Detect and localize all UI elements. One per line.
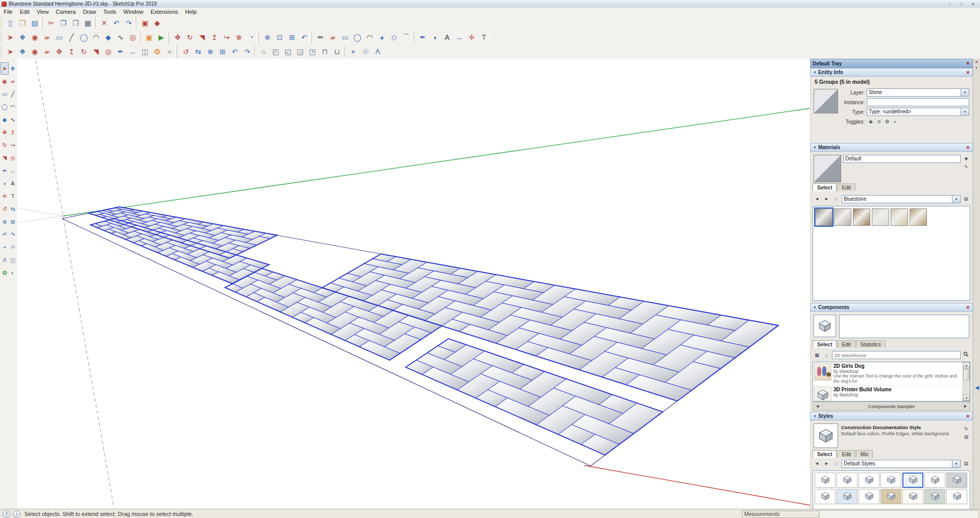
zoom-button[interactable]: ⊕ bbox=[204, 45, 216, 58]
tape-measure-tool-button[interactable]: ✒ bbox=[1, 164, 9, 177]
style-thumbnail-3[interactable] bbox=[880, 473, 901, 488]
arc-tool-button[interactable]: ◠ bbox=[363, 31, 376, 43]
style-thumbnail-1[interactable] bbox=[837, 473, 857, 488]
in-model-button[interactable]: ⌂ bbox=[832, 195, 841, 203]
components-tab-select[interactable]: Select bbox=[813, 340, 837, 348]
extension-warehouse-button[interactable]: ◆ bbox=[151, 17, 163, 29]
rectangle-button[interactable]: ▭ bbox=[53, 31, 65, 43]
chevron-down-icon[interactable]: ▾ bbox=[961, 108, 969, 116]
cast-shadows-toggle[interactable]: ❂ bbox=[883, 117, 891, 126]
minimize-button[interactable]: ─ bbox=[944, 1, 955, 7]
rectangle-tool-button[interactable]: ▭ bbox=[1, 88, 9, 100]
scale-button[interactable]: ◥ bbox=[196, 31, 208, 43]
select-tool-button[interactable]: ➤ bbox=[1, 62, 9, 75]
title-bar[interactable]: Bluestone Standard Herringbone-3D-#3.skp… bbox=[0, 0, 980, 8]
zoom-tool-button[interactable]: ⊕ bbox=[1, 216, 9, 228]
paint-bucket-button[interactable]: ◉ bbox=[29, 31, 41, 43]
new-button[interactable]: ▯ bbox=[4, 17, 16, 29]
styles-tab-mix[interactable]: Mix bbox=[856, 450, 873, 458]
polygon-button[interactable]: ◆ bbox=[102, 31, 114, 43]
follow-me-button[interactable]: ↪ bbox=[220, 31, 233, 43]
warehouse-3d-button[interactable]: ▣ bbox=[139, 17, 151, 29]
material-swatch-1[interactable] bbox=[834, 208, 851, 226]
zoom-extents-alt-button[interactable]: ⊞ bbox=[216, 45, 229, 58]
maximize-button[interactable]: □ bbox=[956, 1, 967, 7]
circle-tool-button[interactable]: ◯ bbox=[351, 31, 363, 43]
section-plane-tool-button[interactable]: ◫ bbox=[9, 254, 17, 266]
undo-button[interactable]: ↶ bbox=[110, 17, 122, 29]
section-plane-button[interactable]: ◫ bbox=[139, 45, 151, 58]
chevron-down-icon[interactable]: ▾ bbox=[952, 195, 961, 203]
top-view-button[interactable]: ◰ bbox=[270, 45, 282, 58]
component-list-item[interactable]: 3D Printer Build Volumeby SketchUp bbox=[813, 386, 963, 402]
tape-alt-button[interactable]: ✒ bbox=[114, 45, 127, 58]
materials-close-button[interactable]: ✕ bbox=[964, 145, 971, 150]
details-button[interactable]: ▤ bbox=[962, 195, 970, 203]
add-location-tool-button[interactable]: ❂ bbox=[1, 267, 9, 279]
previous-view-button[interactable]: ↶ bbox=[298, 31, 310, 43]
dimension-alt-button[interactable]: ↔ bbox=[127, 45, 139, 58]
create-material-button[interactable]: ✚ bbox=[962, 155, 970, 163]
type-combo[interactable]: Type: <undefined> ▾ bbox=[867, 108, 969, 116]
three-point-arc-button[interactable]: ⌒ bbox=[400, 31, 412, 43]
select-alt-button[interactable]: ➤ bbox=[4, 45, 16, 58]
styles-tab-edit[interactable]: Edit bbox=[837, 450, 855, 458]
left-view-button[interactable]: ⊓ bbox=[318, 45, 331, 58]
eraser-alt-button[interactable]: ▰ bbox=[41, 45, 53, 58]
previous-view-tool-button[interactable]: ↶ bbox=[1, 228, 9, 241]
walk-tool-button[interactable]: Λ bbox=[1, 254, 9, 266]
look-around-tool-button[interactable]: ☉ bbox=[9, 241, 17, 253]
rotated-rectangle-button[interactable]: ◇ bbox=[388, 31, 400, 43]
material-name-field[interactable]: Default bbox=[843, 155, 961, 163]
scale-alt-button[interactable]: ◥ bbox=[90, 45, 102, 58]
dimension-tool-button[interactable]: ↔ bbox=[9, 164, 17, 177]
set-default-material-button[interactable]: ✎ bbox=[962, 163, 970, 171]
collapse-arrow-icon[interactable]: ▼ bbox=[813, 70, 817, 74]
components-scrollbar[interactable]: ▲ ▼ bbox=[963, 362, 970, 401]
style-thumbnail-12[interactable] bbox=[924, 489, 945, 504]
pan-button[interactable]: ⇆ bbox=[192, 45, 204, 58]
front-view-button[interactable]: ◱ bbox=[282, 45, 294, 58]
circle-tool-button[interactable]: ◯ bbox=[1, 101, 9, 113]
chevron-down-icon[interactable]: ▾ bbox=[961, 88, 969, 97]
component-alt-button[interactable]: ❖ bbox=[16, 45, 29, 58]
scroll-up-button[interactable]: ▲ bbox=[963, 362, 970, 368]
erase-button[interactable]: ✕ bbox=[98, 17, 110, 29]
style-thumbnail-4[interactable] bbox=[902, 473, 923, 488]
tray-close-button[interactable]: ✕ bbox=[964, 61, 971, 66]
material-swatch-0[interactable] bbox=[815, 208, 832, 226]
menu-window[interactable]: Window bbox=[120, 9, 147, 15]
rectangle-tool-button[interactable]: ▭ bbox=[339, 31, 351, 43]
tray-strip-close-button[interactable]: ✕ bbox=[973, 59, 979, 65]
rotate-tool-button[interactable]: ↻ bbox=[1, 139, 9, 151]
material-collection-combo[interactable]: Bluestone ▾ bbox=[842, 195, 961, 203]
entity-info-header[interactable]: ▼ Entity Info ✕ bbox=[810, 68, 973, 77]
position-camera-tool-button[interactable]: ⌖ bbox=[1, 241, 9, 253]
scrollbar-thumb[interactable] bbox=[963, 369, 970, 380]
eraser-tool-button[interactable]: ▰ bbox=[327, 31, 339, 43]
material-swatch-5[interactable] bbox=[910, 208, 927, 226]
protractor-button[interactable]: ◖ bbox=[429, 31, 441, 43]
protractor-tool-button[interactable]: ◖ bbox=[1, 177, 9, 190]
collapse-arrow-icon[interactable]: ▼ bbox=[813, 414, 817, 418]
move-button[interactable]: ✥ bbox=[172, 31, 184, 43]
offset-tool-button[interactable]: ◎ bbox=[9, 152, 17, 164]
model-info-tool-button[interactable]: ◐ bbox=[9, 267, 17, 279]
component-list-item[interactable]: 2D Girls Dogby SketchUpUse the Interact … bbox=[813, 362, 963, 386]
line-button[interactable]: ╱ bbox=[65, 31, 78, 43]
export-model-button[interactable]: ▣ bbox=[143, 31, 155, 43]
paste-button[interactable]: ❒ bbox=[69, 17, 82, 29]
tray-autohide-button[interactable]: ▼ bbox=[973, 65, 979, 71]
style-thumbnail-5[interactable] bbox=[924, 473, 945, 488]
previous-button[interactable]: ↶ bbox=[229, 45, 241, 58]
close-button[interactable]: ✕ bbox=[968, 1, 978, 7]
circle-button[interactable]: ◯ bbox=[78, 31, 90, 43]
zoom-extents-button[interactable]: ⊞ bbox=[286, 31, 298, 43]
cut-button[interactable]: ✂ bbox=[45, 17, 57, 29]
search-button[interactable] bbox=[962, 351, 970, 360]
zoom-window-button[interactable]: ⊡ bbox=[274, 31, 286, 43]
make-component-button[interactable]: ❖ bbox=[16, 31, 29, 43]
pencil-button[interactable]: ✏ bbox=[314, 31, 327, 43]
line-tool-button[interactable]: ╱ bbox=[9, 88, 17, 100]
chevron-down-icon[interactable]: ▾ bbox=[952, 460, 961, 468]
